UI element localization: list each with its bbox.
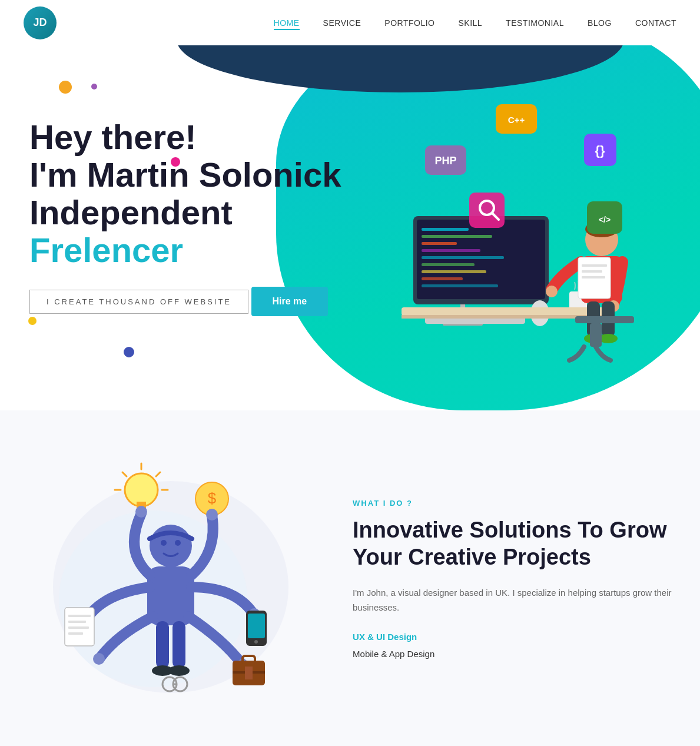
nav-item-skill[interactable]: SKILL (458, 18, 482, 28)
nav-item-blog[interactable]: BLOG (588, 18, 612, 28)
navbar: JD HOME SERVICE PORTFOLIO SKILL TESTIMON… (0, 0, 700, 45)
nav-link-testimonial[interactable]: TESTIMONIAL (506, 18, 564, 28)
nav-link-home[interactable]: HOME (274, 18, 300, 30)
nav-item-contact[interactable]: CONTACT (635, 18, 676, 28)
svg-rect-9 (422, 263, 475, 266)
svg-line-52 (156, 472, 160, 476)
svg-text:</>: </> (599, 215, 611, 224)
tagline-highlight: Frelencer (29, 231, 183, 269)
svg-rect-44 (582, 264, 607, 267)
svg-rect-5 (422, 235, 492, 238)
svg-rect-8 (422, 256, 504, 259)
hero-subtitle: I CREATE THOUSAND OFF WEBSITE (29, 290, 248, 314)
svg-rect-71 (248, 614, 265, 638)
svg-rect-68 (68, 632, 83, 635)
svg-text:PHP: PHP (435, 155, 457, 167)
svg-rect-67 (68, 626, 89, 629)
skill-item-mobile: Mobile & App Design (353, 649, 676, 659)
svg-point-61 (135, 506, 147, 518)
svg-point-58 (161, 540, 167, 546)
nav-item-portfolio[interactable]: PORTFOLIO (384, 18, 434, 28)
developer-illustration: PHP C++ {} </> (366, 75, 649, 381)
tagline-prefix: Independent (29, 193, 233, 231)
svg-point-24 (546, 286, 558, 297)
skill-link-ux[interactable]: UX & UI Design (353, 632, 676, 642)
hero-name: I'm Martin Solonick (29, 156, 356, 194)
svg-rect-31 (590, 323, 602, 347)
nav-item-service[interactable]: SERVICE (323, 18, 361, 28)
about-content: WHAT I DO ? Innovative Solutions To Grow… (353, 499, 676, 663)
nav-links: HOME SERVICE PORTFOLIO SKILL TESTIMONIAL… (274, 18, 676, 28)
svg-text:$: $ (207, 489, 216, 507)
svg-point-59 (175, 540, 181, 546)
section-description: I'm John, a visual designer based in UK.… (353, 585, 676, 615)
svg-text:{}: {} (595, 143, 605, 158)
svg-rect-78 (245, 667, 253, 679)
svg-rect-79 (156, 621, 169, 668)
hire-me-button[interactable]: Hire me (251, 287, 329, 316)
svg-point-49 (125, 473, 158, 506)
svg-rect-40 (469, 193, 505, 228)
svg-point-73 (93, 653, 105, 665)
svg-rect-4 (422, 228, 469, 231)
svg-line-51 (122, 472, 127, 476)
svg-rect-80 (172, 621, 185, 668)
svg-rect-45 (582, 270, 602, 273)
nav-link-contact[interactable]: CONTACT (635, 18, 676, 28)
svg-rect-10 (422, 270, 486, 273)
svg-rect-7 (422, 249, 480, 252)
svg-rect-66 (68, 621, 86, 623)
section-label: WHAT I DO ? (353, 499, 676, 508)
svg-rect-6 (422, 242, 457, 245)
svg-rect-65 (68, 615, 91, 617)
svg-rect-11 (422, 277, 463, 280)
svg-point-72 (254, 640, 258, 644)
svg-rect-30 (575, 316, 634, 323)
nav-link-skill[interactable]: SKILL (458, 18, 482, 28)
hero-section: Hey there! I'm Martin Solonick Independe… (0, 45, 700, 410)
svg-rect-19 (402, 307, 613, 316)
section-heading: Innovative Solutions To Grow Your Creati… (353, 517, 676, 571)
hero-left-content: Hey there! I'm Martin Solonick Independe… (0, 83, 385, 372)
multi-arm-svg: $ (35, 457, 306, 705)
svg-rect-46 (582, 276, 605, 278)
nav-link-blog[interactable]: BLOG (588, 18, 612, 28)
svg-rect-12 (422, 284, 498, 287)
hero-greeting: Hey there! (29, 118, 356, 156)
nav-link-portfolio[interactable]: PORTFOLIO (384, 18, 434, 28)
logo[interactable]: JD (24, 6, 57, 39)
about-section: $ (0, 410, 700, 746)
svg-point-62 (206, 509, 218, 520)
illustration-container: PHP C++ {} </> (366, 75, 649, 381)
hero-tagline: Independent Frelencer (29, 194, 356, 269)
nav-link-service[interactable]: SERVICE (323, 18, 361, 28)
nav-item-testimonial[interactable]: TESTIMONIAL (506, 18, 564, 28)
about-illustration: $ (24, 457, 317, 705)
nav-item-home[interactable]: HOME (274, 18, 300, 28)
svg-point-82 (168, 665, 190, 676)
svg-text:C++: C++ (508, 115, 525, 125)
